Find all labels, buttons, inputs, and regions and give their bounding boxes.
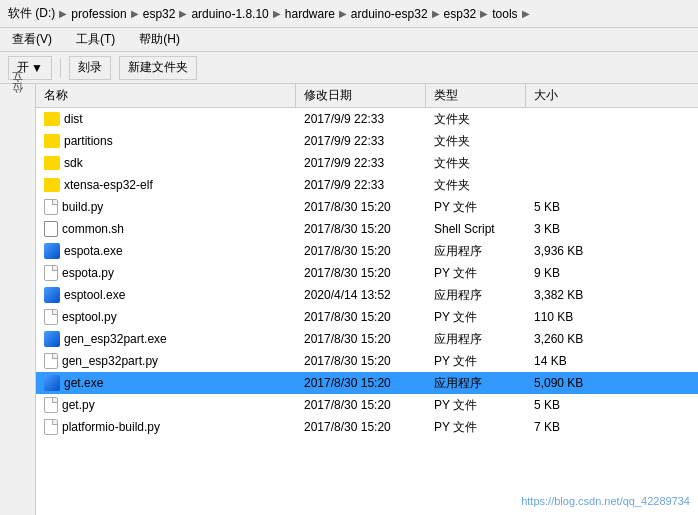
menu-help[interactable]: 帮助(H) [135, 29, 184, 50]
breadcrumb-esp32[interactable]: esp32 [143, 7, 176, 21]
file-area: 名称 修改日期 类型 大小 dist 2017/9/9 22:33 文件夹 pa… [36, 84, 698, 515]
file-modified: 2017/8/30 15:20 [296, 200, 426, 214]
left-panel-item-1[interactable]: 立 [8, 88, 27, 96]
table-row[interactable]: build.py 2017/8/30 15:20 PY 文件 5 KB [36, 196, 698, 218]
exe-icon [44, 375, 60, 391]
left-panel-item-2[interactable]: 位 [8, 98, 27, 106]
table-row[interactable]: espota.exe 2017/8/30 15:20 应用程序 3,936 KB [36, 240, 698, 262]
breadcrumb-esp32-2[interactable]: esp32 [444, 7, 477, 21]
table-row[interactable]: sdk 2017/9/9 22:33 文件夹 [36, 152, 698, 174]
exe-icon [44, 287, 60, 303]
file-size: 110 KB [526, 310, 606, 324]
table-row[interactable]: common.sh 2017/8/30 15:20 Shell Script 3… [36, 218, 698, 240]
new-folder-button[interactable]: 新建文件夹 [119, 56, 197, 80]
table-row[interactable]: partitions 2017/9/9 22:33 文件夹 [36, 130, 698, 152]
file-size: 7 KB [526, 420, 606, 434]
file-type: PY 文件 [426, 419, 526, 436]
breadcrumb-tools[interactable]: tools [492, 7, 517, 21]
breadcrumb-arduino-esp32[interactable]: arduino-esp32 [351, 7, 428, 21]
file-type: PY 文件 [426, 353, 526, 370]
col-header-type[interactable]: 类型 [426, 84, 526, 107]
table-row[interactable]: gen_esp32part.exe 2017/8/30 15:20 应用程序 3… [36, 328, 698, 350]
file-name: espota.py [36, 265, 296, 281]
file-type: PY 文件 [426, 309, 526, 326]
py-icon [44, 265, 58, 281]
file-type: 文件夹 [426, 155, 526, 172]
file-name: dist [36, 112, 296, 126]
file-type: PY 文件 [426, 265, 526, 282]
new-folder-label: 新建文件夹 [128, 59, 188, 76]
file-name: platformio-build.py [36, 419, 296, 435]
table-row[interactable]: platformio-build.py 2017/8/30 15:20 PY 文… [36, 416, 698, 438]
file-size: 14 KB [526, 354, 606, 368]
breadcrumb-profession[interactable]: profession [71, 7, 126, 21]
breadcrumb-drive[interactable]: 软件 (D:) [8, 5, 55, 22]
folder-icon [44, 156, 60, 170]
sh-icon [44, 221, 58, 237]
column-headers: 名称 修改日期 类型 大小 [36, 84, 698, 108]
table-row[interactable]: esptool.py 2017/8/30 15:20 PY 文件 110 KB [36, 306, 698, 328]
col-header-modified[interactable]: 修改日期 [296, 84, 426, 107]
table-row[interactable]: get.exe 2017/8/30 15:20 应用程序 5,090 KB [36, 372, 698, 394]
file-type: PY 文件 [426, 199, 526, 216]
file-type: 文件夹 [426, 111, 526, 128]
file-type: PY 文件 [426, 397, 526, 414]
file-name: common.sh [36, 221, 296, 237]
file-size: 3,260 KB [526, 332, 606, 346]
burn-button[interactable]: 刻录 [69, 56, 111, 80]
file-modified: 2017/8/30 15:20 [296, 266, 426, 280]
col-header-name[interactable]: 名称 [36, 84, 296, 107]
breadcrumb: 软件 (D:) ▶ profession ▶ esp32 ▶ arduino-1… [0, 0, 698, 28]
file-modified: 2017/8/30 15:20 [296, 244, 426, 258]
exe-icon [44, 331, 60, 347]
file-modified: 2017/8/30 15:20 [296, 398, 426, 412]
folder-icon [44, 134, 60, 148]
file-modified: 2017/8/30 15:20 [296, 222, 426, 236]
file-name: gen_esp32part.exe [36, 331, 296, 347]
file-type: 文件夹 [426, 177, 526, 194]
col-header-size[interactable]: 大小 [526, 84, 606, 107]
py-icon [44, 419, 58, 435]
file-type: Shell Script [426, 222, 526, 236]
toolbar-separator-1 [60, 58, 61, 78]
file-name: build.py [36, 199, 296, 215]
py-icon [44, 397, 58, 413]
breadcrumb-hardware[interactable]: hardware [285, 7, 335, 21]
file-modified: 2017/8/30 15:20 [296, 376, 426, 390]
file-size: 3 KB [526, 222, 606, 236]
file-type: 应用程序 [426, 331, 526, 348]
file-type: 文件夹 [426, 133, 526, 150]
file-name: get.exe [36, 375, 296, 391]
file-modified: 2017/9/9 22:33 [296, 178, 426, 192]
folder-icon [44, 112, 60, 126]
toolbar: 开 ▼ 刻录 新建文件夹 [0, 52, 698, 84]
py-icon [44, 309, 58, 325]
file-size: 5 KB [526, 398, 606, 412]
table-row[interactable]: espota.py 2017/8/30 15:20 PY 文件 9 KB [36, 262, 698, 284]
table-row[interactable]: get.py 2017/8/30 15:20 PY 文件 5 KB [36, 394, 698, 416]
file-name: gen_esp32part.py [36, 353, 296, 369]
dropdown-arrow: ▼ [31, 61, 43, 75]
file-name: get.py [36, 397, 296, 413]
file-name: espota.exe [36, 243, 296, 259]
table-row[interactable]: gen_esp32part.py 2017/8/30 15:20 PY 文件 1… [36, 350, 698, 372]
open-label: 开 [17, 59, 29, 76]
menu-bar: 查看(V) 工具(T) 帮助(H) [0, 28, 698, 52]
file-list[interactable]: dist 2017/9/9 22:33 文件夹 partitions 2017/… [36, 108, 698, 515]
table-row[interactable]: esptool.exe 2020/4/14 13:52 应用程序 3,382 K… [36, 284, 698, 306]
py-icon [44, 199, 58, 215]
menu-view[interactable]: 查看(V) [8, 29, 56, 50]
file-size: 9 KB [526, 266, 606, 280]
table-row[interactable]: dist 2017/9/9 22:33 文件夹 [36, 108, 698, 130]
menu-tools[interactable]: 工具(T) [72, 29, 119, 50]
left-panel: 立 位 [0, 84, 36, 515]
open-button[interactable]: 开 ▼ [8, 56, 52, 80]
file-name: partitions [36, 134, 296, 148]
file-modified: 2017/8/30 15:20 [296, 420, 426, 434]
burn-label: 刻录 [78, 59, 102, 76]
table-row[interactable]: xtensa-esp32-elf 2017/9/9 22:33 文件夹 [36, 174, 698, 196]
file-modified: 2017/9/9 22:33 [296, 134, 426, 148]
file-type: 应用程序 [426, 375, 526, 392]
file-name: sdk [36, 156, 296, 170]
breadcrumb-arduino[interactable]: arduino-1.8.10 [191, 7, 268, 21]
